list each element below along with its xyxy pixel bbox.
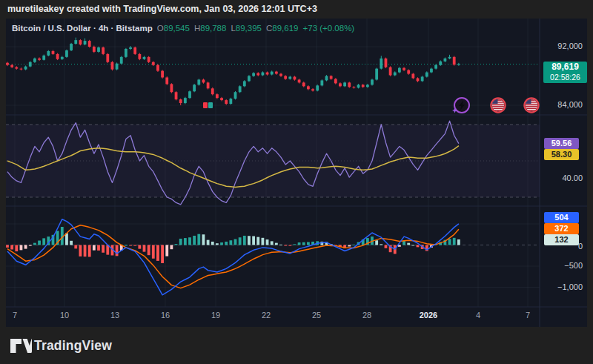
macd-histogram-bar: [266, 239, 269, 245]
candle: [74, 40, 77, 44]
open-value: 89,545: [164, 24, 190, 33]
symbol-title[interactable]: Bitcoin / U.S. Dollar · 4h · Bitstamp: [12, 24, 153, 33]
candle: [165, 77, 168, 84]
candle: [325, 76, 328, 81]
candle: [348, 82, 351, 87]
candle: [457, 64, 460, 65]
candle: [357, 85, 360, 87]
candle: [266, 73, 269, 75]
open-label: O: [157, 24, 164, 33]
macd-histogram-bar: [156, 245, 159, 261]
macd-histogram-bar: [197, 234, 200, 245]
candle: [111, 62, 114, 70]
time-tick: 25: [302, 311, 331, 320]
macd-histogram-bar: [248, 236, 251, 245]
candle: [298, 79, 301, 82]
macd-histogram-bar: [24, 245, 27, 249]
candle: [417, 78, 420, 81]
candle: [389, 67, 392, 76]
high-label: H: [194, 24, 200, 33]
candle: [343, 82, 346, 86]
time-tick: 4: [463, 311, 493, 320]
macd-histogram-bar: [193, 236, 196, 245]
candle: [170, 84, 173, 92]
candle: [380, 59, 382, 69]
macd-histogram-bar: [353, 245, 356, 245]
candle: [47, 51, 50, 56]
candle: [385, 59, 388, 67]
candle: [225, 100, 228, 104]
time-tick: 16: [150, 311, 180, 320]
macd-histogram-bar: [407, 243, 410, 245]
candle: [430, 69, 433, 73]
macd-histogram-bar: [143, 245, 146, 252]
flash-icon[interactable]: [452, 96, 471, 115]
candle: [453, 57, 456, 64]
footer-bar: TradingView: [0, 327, 593, 364]
candle: [362, 85, 365, 87]
macd-histogram-bar: [93, 245, 96, 251]
macd-histogram-bar: [175, 244, 178, 245]
macd-histogram-bar: [294, 244, 296, 245]
macd-histogram-bar: [288, 245, 291, 246]
macd-histogram-bar: [211, 242, 214, 245]
us-flag-icon[interactable]: [488, 96, 508, 115]
mini-event-marker[interactable]: [203, 102, 213, 109]
last-price-badge: 89,619 02:58:26: [543, 62, 587, 83]
candle: [20, 69, 23, 70]
macd-histogram-bar: [256, 237, 259, 245]
macd-histogram-bar: [417, 245, 420, 248]
time-tick: 13: [100, 311, 130, 320]
candle: [207, 82, 210, 88]
macd-histogram-bar: [161, 245, 164, 264]
candle: [229, 99, 232, 104]
candle: [211, 88, 214, 94]
candle: [307, 86, 310, 89]
candle: [220, 98, 223, 100]
macd-histogram-bar: [271, 241, 274, 245]
candle: [434, 65, 437, 69]
attribution-bar: muretileakey created with TradingView.co…: [0, 0, 593, 19]
candle: [216, 94, 219, 98]
time-tick: 22: [251, 311, 281, 320]
macd-histogram-bar: [20, 245, 23, 251]
macd-histogram-bar: [70, 241, 73, 245]
candle: [421, 76, 424, 81]
candle: [193, 85, 196, 91]
macd-histogram-bar: [411, 245, 414, 246]
candle: [179, 99, 182, 103]
candle: [394, 73, 397, 76]
candle: [15, 67, 18, 69]
macd-histogram-bar: [116, 245, 119, 257]
macd-histogram-bar: [457, 239, 460, 245]
macd-histogram-bar: [133, 245, 136, 246]
candle: [402, 68, 405, 70]
macd-histogram-bar: [184, 238, 187, 245]
tradingview-logo-icon[interactable]: [10, 337, 32, 356]
candle: [375, 69, 378, 80]
low-value: 89,395: [236, 24, 262, 33]
candle: [184, 98, 187, 103]
candle: [316, 85, 319, 90]
macd-histogram-bar: [307, 242, 310, 245]
candle: [138, 54, 141, 59]
us-flag-icon[interactable]: [522, 96, 541, 115]
rsi-axis-label: 40.00: [541, 173, 583, 182]
time-tick: 7: [0, 311, 30, 320]
tradingview-brand-text[interactable]: TradingView: [34, 327, 112, 364]
candle: [93, 47, 96, 52]
candle: [120, 57, 123, 64]
candle: [262, 73, 265, 76]
candle: [6, 63, 9, 65]
symbol-legend: Bitcoin / U.S. Dollar · 4h · BitstampO89…: [12, 24, 354, 33]
candle: [353, 87, 356, 87]
candle: [148, 57, 150, 62]
macd-histogram-bar: [29, 245, 32, 246]
macd-histogram-bar: [148, 245, 150, 256]
tradingview-screenshot: muretileakey created with TradingView.co…: [0, 0, 593, 364]
macd-histogram-bar: [6, 245, 9, 248]
chart-canvas[interactable]: [6, 19, 587, 327]
macd-histogram-bar: [380, 244, 382, 245]
macd-histogram-bar: [298, 242, 301, 245]
macd-histogram-bar: [74, 245, 77, 249]
